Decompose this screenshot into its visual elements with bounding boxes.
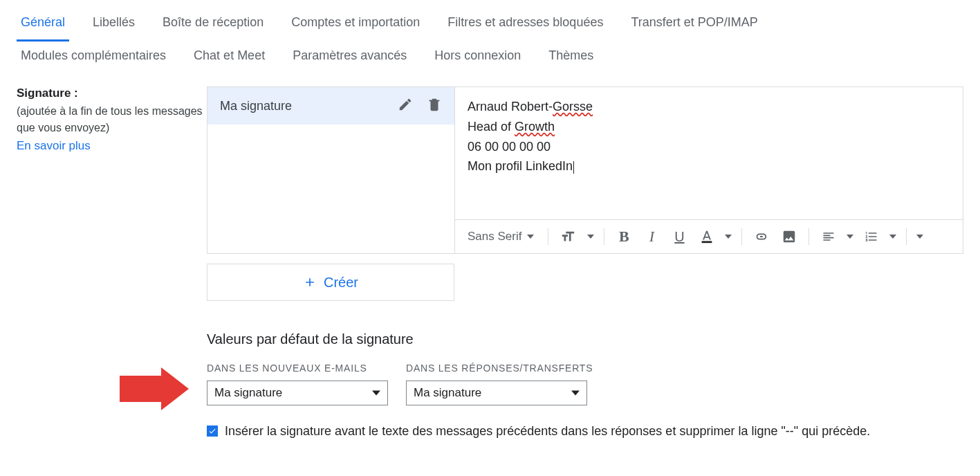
tab-labels[interactable]: Libellés: [89, 8, 139, 42]
separator: [906, 228, 907, 245]
caret-down-icon: [725, 235, 732, 239]
signature-title: Signature :: [17, 86, 207, 100]
numbered-list-button[interactable]: [862, 227, 881, 246]
svg-rect-0: [702, 241, 712, 243]
signature-description: (ajoutée à la fin de tous les messages q…: [17, 103, 207, 136]
defaults-reply-label: DANS LES RÉPONSES/TRANSFERTS: [406, 363, 593, 374]
tab-general[interactable]: Général: [17, 8, 69, 42]
image-button[interactable]: [779, 227, 799, 246]
sig-linkedin: Mon profil LinkedIn: [468, 156, 950, 176]
caret-down-icon: [889, 235, 896, 239]
tab-offline[interactable]: Hors connexion: [430, 42, 525, 73]
chevron-down-icon: [372, 390, 380, 396]
separator: [604, 228, 604, 245]
sig-name-prefix: Arnaud Robert-: [468, 100, 553, 113]
more-formatting-caret[interactable]: [916, 235, 923, 239]
format-toolbar: Sans Serif B I U: [455, 219, 963, 253]
defaults-reply-col: DANS LES RÉPONSES/TRANSFERTS Ma signatur…: [406, 363, 593, 405]
sig-name-misspell: Gorsse: [553, 100, 593, 113]
content-area: Signature : (ajoutée à la fin de tous le…: [0, 73, 980, 455]
sig-role-misspell: Growth: [515, 120, 555, 134]
checkmark-icon: [208, 427, 216, 435]
checkbox-label: Insérer la signature avant le texte des …: [225, 422, 870, 441]
tabs-row-2: Modules complémentaires Chat et Meet Par…: [17, 42, 963, 73]
align-button[interactable]: [819, 227, 838, 246]
plus-icon: [303, 275, 317, 289]
signature-item-name: Ma signature: [220, 99, 292, 113]
signature-content-area: Arnaud Robert-Gorsse Head of Growth 06 0…: [455, 87, 963, 253]
tab-advanced[interactable]: Paramètres avancés: [288, 42, 411, 73]
tab-addons[interactable]: Modules complémentaires: [17, 42, 170, 73]
tab-filters[interactable]: Filtres et adresses bloquées: [443, 8, 607, 42]
insert-group: [752, 227, 799, 246]
separator: [808, 228, 809, 245]
link-button[interactable]: [752, 227, 771, 246]
tab-themes[interactable]: Thèmes: [544, 42, 598, 73]
insert-before-checkbox[interactable]: [207, 425, 218, 437]
tab-accounts[interactable]: Comptes et importation: [287, 8, 424, 42]
separator: [741, 228, 742, 245]
learn-more-link[interactable]: En savoir plus: [17, 139, 207, 153]
sig-role-prefix: Head of: [468, 120, 515, 134]
bold-button[interactable]: B: [614, 227, 634, 246]
defaults-new-label: DANS LES NOUVEAUX E-MAILS: [207, 363, 388, 374]
signature-item-actions: [398, 97, 442, 115]
chevron-down-icon: [571, 390, 580, 396]
signature-defaults: Valeurs par défaut de la signature DANS …: [207, 331, 963, 441]
font-family-picker[interactable]: Sans Serif: [463, 230, 538, 244]
signature-config-column: Ma signature Arnaud Robert-Gorsse Head o…: [207, 86, 963, 441]
create-button-label: Créer: [324, 275, 358, 291]
caret-down-icon: [527, 235, 534, 239]
text-color-button[interactable]: [697, 227, 716, 246]
defaults-heading: Valeurs par défaut de la signature: [207, 331, 963, 347]
signature-list-item[interactable]: Ma signature: [207, 87, 454, 125]
italic-button[interactable]: I: [642, 227, 661, 246]
caret-down-icon: [587, 235, 594, 239]
tabs-row-1: Général Libellés Boîte de réception Comp…: [17, 8, 963, 42]
signature-editor: Ma signature Arnaud Robert-Gorsse Head o…: [207, 86, 963, 254]
tab-chat[interactable]: Chat et Meet: [189, 42, 269, 73]
signature-list: Ma signature: [207, 87, 455, 253]
pencil-icon[interactable]: [398, 97, 413, 115]
align-list-group: [819, 227, 896, 246]
defaults-selects-row: DANS LES NOUVEAUX E-MAILS Ma signature D…: [207, 363, 963, 405]
settings-tabs: Général Libellés Boîte de réception Comp…: [0, 0, 980, 73]
caret-down-icon: [847, 235, 853, 239]
signature-textarea[interactable]: Arnaud Robert-Gorsse Head of Growth 06 0…: [455, 87, 963, 219]
new-select-value: Ma signature: [214, 386, 282, 400]
new-emails-signature-select[interactable]: Ma signature: [207, 381, 388, 405]
tab-inbox[interactable]: Boîte de réception: [158, 8, 268, 42]
trash-icon[interactable]: [427, 97, 442, 115]
underline-button[interactable]: U: [669, 227, 689, 246]
reply-select-value: Ma signature: [414, 386, 481, 400]
defaults-new-col: DANS LES NOUVEAUX E-MAILS Ma signature: [207, 363, 388, 405]
tab-forwarding[interactable]: Transfert et POP/IMAP: [627, 8, 761, 42]
separator: [548, 228, 548, 245]
sig-phone: 06 00 00 00 00: [468, 137, 950, 157]
red-arrow-annotation: [120, 367, 189, 410]
text-style-group: B I U: [614, 227, 732, 246]
create-signature-button[interactable]: Créer: [207, 264, 454, 301]
insert-before-checkbox-row: Insérer la signature avant le texte des …: [207, 422, 963, 441]
font-family-label: Sans Serif: [468, 230, 521, 244]
font-size-button[interactable]: [558, 227, 577, 246]
reply-signature-select[interactable]: Ma signature: [406, 381, 587, 405]
